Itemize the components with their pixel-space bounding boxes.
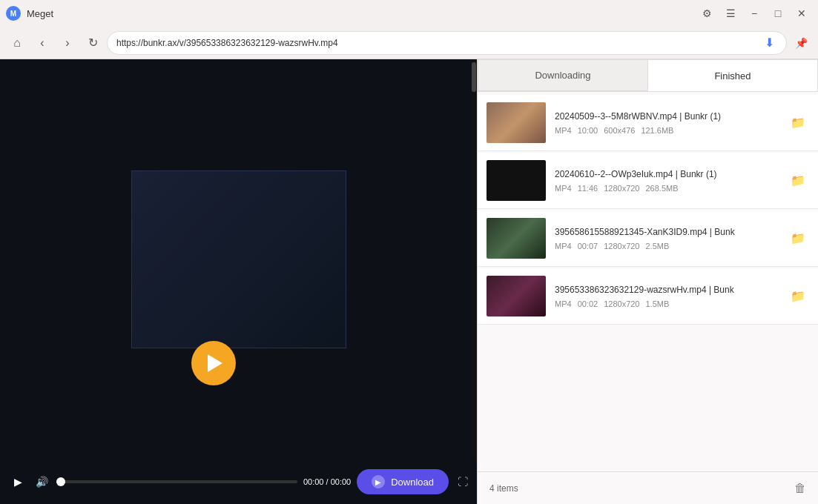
volume-button[interactable]: 🔊 xyxy=(33,473,50,491)
item-thumbnail xyxy=(486,160,546,201)
settings-button[interactable]: ⚙ xyxy=(696,3,717,24)
play-button-circle[interactable] xyxy=(191,341,236,385)
main-content: ▶ 🔊 00:00 / 00:00 ▶ Download ⛶ Downloadi… xyxy=(0,59,818,504)
app-title: Meget xyxy=(27,8,690,19)
url-bar: ⬇ xyxy=(107,31,787,55)
download-list-panel: Downloading Finished 20240509--3--5M8rWB… xyxy=(477,59,818,504)
item-meta: MP4 11:46 1280x720 268.5MB xyxy=(555,184,778,193)
item-meta: MP4 00:07 1280x720 2.5MB xyxy=(555,242,778,251)
item-duration: 10:00 xyxy=(578,126,598,135)
progress-thumb xyxy=(56,477,65,486)
tab-bar: Downloading Finished xyxy=(478,59,818,92)
trash-button[interactable]: 🗑 xyxy=(794,482,806,495)
items-count: 4 items xyxy=(489,483,518,494)
item-title: 20240509--3--5M8rWBNV.mp4 | Bunkr (1) xyxy=(555,111,778,122)
list-footer: 4 items 🗑 xyxy=(478,471,818,504)
folder-icon: 📁 xyxy=(791,289,805,303)
item-title: 395653386323632129-wazsrwHv.mp4 | Bunk xyxy=(555,285,778,295)
video-controls: ▶ 🔊 00:00 / 00:00 ▶ Download ⛶ xyxy=(0,460,477,504)
item-size: 268.5MB xyxy=(645,184,678,193)
item-duration: 00:07 xyxy=(578,242,598,251)
list-item[interactable]: 20240610--2--OWp3eIuk.mp4 | Bunkr (1) MP… xyxy=(478,153,818,209)
navbar: ⌂ ‹ › ↻ ⬇ 📌 xyxy=(0,27,818,59)
menu-button[interactable]: ☰ xyxy=(720,3,741,24)
url-input[interactable] xyxy=(116,38,755,48)
item-info: 20240509--3--5M8rWBNV.mp4 | Bunkr (1) MP… xyxy=(555,111,778,135)
item-resolution: 1280x720 xyxy=(604,242,639,251)
folder-icon: 📁 xyxy=(791,116,805,130)
item-duration: 00:02 xyxy=(578,299,598,308)
item-size: 1.5MB xyxy=(645,299,669,308)
close-button[interactable]: ✕ xyxy=(791,3,812,24)
item-format: MP4 xyxy=(555,126,572,135)
item-resolution: 600x476 xyxy=(604,126,635,135)
item-thumbnail xyxy=(486,276,546,316)
scrollbar[interactable] xyxy=(471,59,477,460)
download-button[interactable]: ▶ Download xyxy=(357,469,449,494)
minimize-button[interactable]: − xyxy=(744,3,765,24)
item-resolution: 1280x720 xyxy=(604,299,639,308)
list-item[interactable]: 20240509--3--5M8rWBNV.mp4 | Bunkr (1) MP… xyxy=(478,95,818,151)
item-format: MP4 xyxy=(555,242,572,251)
scroll-thumb xyxy=(472,62,476,92)
video-player-panel: ▶ 🔊 00:00 / 00:00 ▶ Download ⛶ xyxy=(0,59,477,504)
tab-downloading[interactable]: Downloading xyxy=(478,59,647,91)
folder-icon: 📁 xyxy=(791,231,805,245)
home-button[interactable]: ⌂ xyxy=(6,32,28,54)
item-meta: MP4 00:02 1280x720 1.5MB xyxy=(555,299,778,308)
item-thumbnail xyxy=(486,102,546,143)
item-thumbnail xyxy=(486,218,546,259)
tab-finished[interactable]: Finished xyxy=(647,59,818,91)
progress-bar[interactable] xyxy=(56,480,297,483)
download-list: 20240509--3--5M8rWBNV.mp4 | Bunkr (1) MP… xyxy=(478,92,818,471)
back-button[interactable]: ‹ xyxy=(31,32,53,54)
titlebar: M Meget ⚙ ☰ − □ ✕ xyxy=(0,0,818,27)
video-area xyxy=(0,59,477,460)
app-icon: M xyxy=(6,6,21,21)
fullscreen-button[interactable]: ⛶ xyxy=(458,476,468,488)
video-frame xyxy=(132,171,346,348)
play-icon xyxy=(208,354,222,372)
item-size: 2.5MB xyxy=(645,242,669,251)
item-format: MP4 xyxy=(555,184,572,193)
item-size: 121.6MB xyxy=(641,126,673,135)
url-download-icon[interactable]: ⬇ xyxy=(761,35,777,51)
folder-icon: 📁 xyxy=(791,173,805,188)
item-title: 20240610--2--OWp3eIuk.mp4 | Bunkr (1) xyxy=(555,169,778,179)
refresh-button[interactable]: ↻ xyxy=(82,32,104,54)
item-meta: MP4 10:00 600x476 121.6MB xyxy=(555,126,778,135)
video-thumbnail xyxy=(131,170,346,348)
item-info: 395658615588921345-XanK3ID9.mp4 | Bunk M… xyxy=(555,227,778,251)
item-info: 395653386323632129-wazsrwHv.mp4 | Bunk M… xyxy=(555,285,778,308)
item-resolution: 1280x720 xyxy=(604,184,639,193)
item-folder-button[interactable]: 📁 xyxy=(787,228,809,250)
item-info: 20240610--2--OWp3eIuk.mp4 | Bunkr (1) MP… xyxy=(555,169,778,193)
item-title: 395658615588921345-XanK3ID9.mp4 | Bunk xyxy=(555,227,778,237)
list-item[interactable]: 395658615588921345-XanK3ID9.mp4 | Bunk M… xyxy=(478,210,818,267)
pin-button[interactable]: 📌 xyxy=(790,32,812,54)
time-display: 00:00 / 00:00 xyxy=(303,477,351,486)
play-pause-button[interactable]: ▶ xyxy=(9,473,27,491)
item-folder-button[interactable]: 📁 xyxy=(787,112,809,134)
forward-button[interactable]: › xyxy=(56,32,79,54)
maximize-button[interactable]: □ xyxy=(768,3,788,24)
item-format: MP4 xyxy=(555,299,572,308)
item-folder-button[interactable]: 📁 xyxy=(787,285,809,308)
list-item[interactable]: 395653386323632129-wazsrwHv.mp4 | Bunk M… xyxy=(478,268,818,325)
item-duration: 11:46 xyxy=(578,184,598,193)
window-controls: ⚙ ☰ − □ ✕ xyxy=(696,3,812,24)
download-btn-icon: ▶ xyxy=(372,475,385,488)
item-folder-button[interactable]: 📁 xyxy=(787,170,809,192)
